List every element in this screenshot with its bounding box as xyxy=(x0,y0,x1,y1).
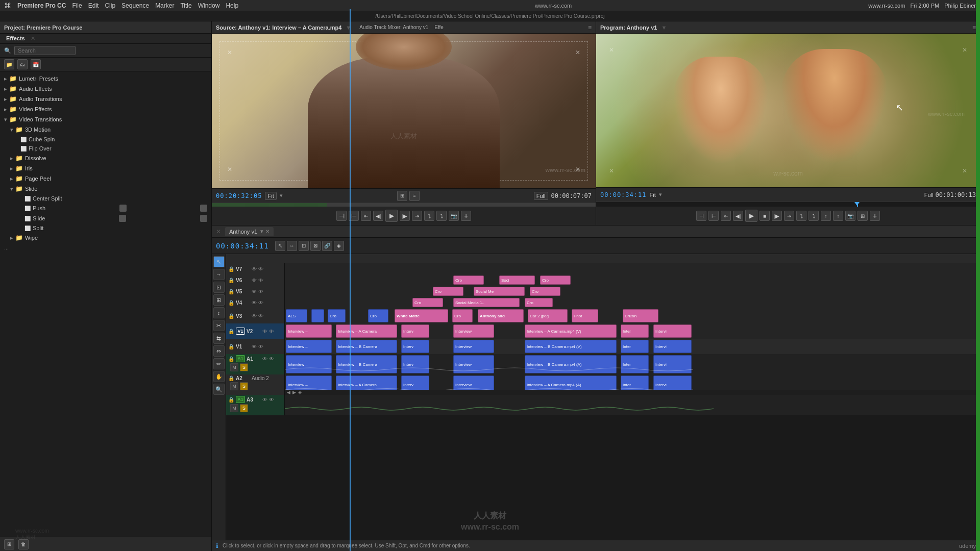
v1-target[interactable]: V1 xyxy=(236,328,245,335)
source-timecode-in[interactable]: 00:20:32:05 xyxy=(216,192,262,199)
category-video-transitions[interactable]: 📁 Video Transitions xyxy=(0,114,211,124)
expand-source-icon[interactable]: ≡ xyxy=(588,24,592,31)
tool-slide[interactable]: ⇔ xyxy=(213,345,225,357)
program-timecode-out[interactable]: 00:01:00:13 xyxy=(936,191,976,198)
lock-v6[interactable]: 🔒 xyxy=(228,278,234,283)
close-timeline-icon[interactable]: ✕ xyxy=(216,228,221,235)
lock-v3[interactable]: 🔒 xyxy=(228,313,234,319)
source-overwrite[interactable]: ⤵ xyxy=(436,211,447,221)
a2-solo[interactable]: S xyxy=(240,382,248,390)
menu-clip[interactable]: Clip xyxy=(105,2,115,9)
clip-v3-2[interactable] xyxy=(311,309,324,322)
clip-v3-white-matte[interactable]: White Matte xyxy=(395,309,448,322)
clip-v2-1[interactable]: Interview – xyxy=(286,324,332,338)
eye-v1[interactable]: 👁 xyxy=(252,344,257,349)
tl-tool-markers[interactable]: ◈ xyxy=(334,241,344,251)
track-content-a1[interactable]: Interview – Interview – B Camera Interv … xyxy=(285,354,980,374)
clip-v2-6[interactable]: Inter xyxy=(621,324,649,338)
tool-hand[interactable]: ✋ xyxy=(213,371,225,382)
category-3d-motion[interactable]: 📁 3D Motion xyxy=(0,124,211,135)
clip-a1-7[interactable]: Intervi xyxy=(653,355,692,373)
clip-v2-2[interactable]: Interview – A Camera xyxy=(336,324,397,338)
source-add-button[interactable]: + xyxy=(461,211,471,221)
clip-v5-3[interactable]: Cro xyxy=(530,287,560,296)
tl-tool-track[interactable]: ↔ xyxy=(287,241,297,251)
source-go-out[interactable]: ⇥ xyxy=(412,211,422,221)
lock-a1[interactable]: 🔒 xyxy=(228,356,234,362)
prog-extract[interactable]: ↑ xyxy=(833,211,843,221)
eye2-a1[interactable]: 👁 xyxy=(269,356,274,362)
track-content-v6[interactable]: Cro Soci Cro xyxy=(285,274,980,286)
sequence-tab[interactable]: Anthony v1 ▾ ✕ xyxy=(225,227,274,236)
prog-step-back[interactable]: ◀| xyxy=(733,211,743,221)
clip-v1-6[interactable]: Inter xyxy=(621,340,649,353)
effect-center-split[interactable]: ⬜ Center Split xyxy=(0,194,211,203)
effect-split[interactable]: ⬜ Split xyxy=(0,223,211,233)
eye-a3[interactable]: 👁 xyxy=(262,397,267,403)
tool-razor[interactable]: ✂ xyxy=(213,320,225,331)
a1-mute[interactable]: M xyxy=(230,363,238,371)
prog-play-btn[interactable]: ▶ xyxy=(745,210,757,222)
track-content-a2[interactable]: Interview – Interview – A Camera Interv … xyxy=(285,374,980,395)
source-step-fwd[interactable]: |▶ xyxy=(400,211,410,221)
source-step-back[interactable]: ◀| xyxy=(373,211,383,221)
prog-go-out[interactable]: ⇥ xyxy=(784,211,794,221)
track-content-v1[interactable]: Interview – Interview – B Camera Interv … xyxy=(285,339,980,354)
track-content-v4[interactable]: Cro Social Media 1.. Cro xyxy=(285,297,980,308)
clip-a1-6[interactable]: Inter xyxy=(621,355,649,373)
tool-rate-stretch[interactable]: ↕ xyxy=(213,307,225,318)
prog-add[interactable]: + xyxy=(870,211,880,221)
menu-edit[interactable]: Edit xyxy=(88,2,99,9)
source-play-btn[interactable]: ▶ xyxy=(385,210,398,222)
menu-title[interactable]: Title xyxy=(180,2,191,9)
a2-next-btn[interactable]: ▶ xyxy=(292,390,296,395)
track-content-v5[interactable]: Cro Social Me Cro xyxy=(285,286,980,297)
clip-v1-1[interactable]: Interview – xyxy=(286,340,332,353)
eye2-v5[interactable]: 👁 xyxy=(258,289,263,294)
category-video-effects[interactable]: 📁 Video Effects xyxy=(0,104,211,114)
category-wipe[interactable]: 📁 Wipe xyxy=(0,233,211,243)
eye2-v4[interactable]: 👁 xyxy=(258,300,263,306)
tl-tool-selection[interactable]: ↖ xyxy=(275,241,285,251)
clip-v3-cruis[interactable]: Crusin xyxy=(623,309,658,322)
category-audio-effects[interactable]: 📁 Audio Effects xyxy=(0,84,211,94)
category-lumetri-presets[interactable]: 📁 Lumetri Presets xyxy=(0,73,211,84)
prog-trim-in[interactable]: ⤵ xyxy=(796,211,806,221)
effect-push[interactable]: ⬜ Push xyxy=(0,203,211,213)
clip-v3-anthony[interactable]: Anthony and xyxy=(478,309,524,322)
new-folder-button[interactable]: 🗂 xyxy=(17,59,28,69)
track-content-v3[interactable]: ALS Cro Cro White Matte Cro Anthony and … xyxy=(285,308,980,323)
program-panel-title[interactable]: Program: Anthony v1 xyxy=(600,24,657,31)
close-sequence-tab[interactable]: ✕ xyxy=(265,229,270,234)
clip-a1-4[interactable]: Interview xyxy=(453,355,494,373)
menu-window[interactable]: Window xyxy=(198,2,220,9)
eye-v5[interactable]: 👁 xyxy=(252,289,257,294)
clip-v3-phot[interactable]: Phot xyxy=(572,309,598,322)
clip-v2-4[interactable]: Interview xyxy=(453,324,494,338)
effect-cube-spin[interactable]: ⬜ Cube Spin xyxy=(0,135,211,144)
apple-menu[interactable]: ⌘ xyxy=(4,2,11,10)
a2-prev-btn[interactable]: ◀ xyxy=(287,390,290,395)
lock-v4[interactable]: 🔒 xyxy=(228,300,234,306)
lock-v1[interactable]: 🔒 xyxy=(228,344,234,349)
program-full-label[interactable]: Full xyxy=(924,192,934,198)
lock-v7[interactable]: 🔒 xyxy=(228,266,234,272)
effects-tab[interactable]: Effe xyxy=(434,24,444,30)
program-fit-select[interactable]: Fit xyxy=(649,192,655,198)
source-panel-title[interactable]: Source: Anthony v1: Interview – A Camera… xyxy=(216,24,341,31)
lock-v5[interactable]: 🔒 xyxy=(228,289,234,294)
tool-ripple[interactable]: ⊡ xyxy=(213,282,225,293)
prog-safe-margins[interactable]: ⊞ xyxy=(857,211,868,221)
category-iris[interactable]: 📁 Iris xyxy=(0,163,211,173)
track-content-v7[interactable] xyxy=(285,263,980,274)
clip-v3-cro2[interactable]: Cro xyxy=(368,309,388,322)
prog-mark-in[interactable]: ⊣ xyxy=(696,211,706,221)
clip-v4-2[interactable]: Social Media 1.. xyxy=(453,298,520,307)
eye-v6[interactable]: 👁 xyxy=(252,278,257,283)
program-timecode-in[interactable]: 00:00:34:11 xyxy=(600,191,646,198)
tool-zoom[interactable]: 🔍 xyxy=(213,384,225,395)
source-fit-select[interactable]: Fit xyxy=(265,192,276,200)
tl-tool-ripple[interactable]: ⊡ xyxy=(299,241,309,251)
a3-mute[interactable]: M xyxy=(230,404,238,412)
source-timecode-out[interactable]: 00:00:07:07 xyxy=(551,192,592,199)
